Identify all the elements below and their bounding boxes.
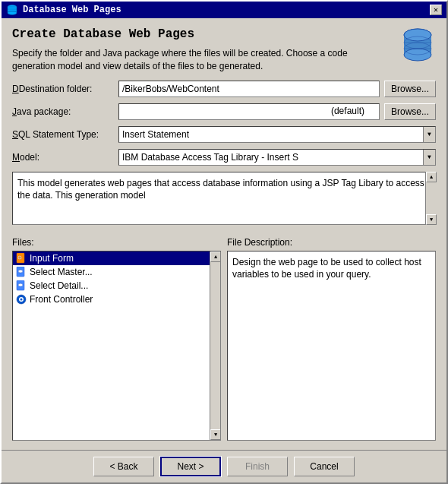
database-icon <box>399 27 436 64</box>
page-description: Specify the folder and Java package wher… <box>12 47 392 73</box>
java-package-label: Java package: <box>12 106 118 117</box>
files-scrollbar: ▲ ▼ <box>210 251 220 440</box>
files-label: Files: <box>12 237 221 248</box>
model-dropdown-arrow[interactable]: ▼ <box>423 150 435 165</box>
list-item[interactable]: Select Master... <box>13 265 220 279</box>
file-item-label: Select Master... <box>30 267 93 277</box>
list-item[interactable]: Input Form <box>13 251 220 265</box>
page-icon <box>16 294 27 305</box>
java-input-wrapper: (default) <box>118 103 380 120</box>
file-item-label: Input Form <box>30 253 74 264</box>
db-icon-area <box>399 27 436 67</box>
model-description-area: This model generates web pages that acce… <box>12 172 436 231</box>
title-bar: Database Web Pages ✕ <box>2 2 446 18</box>
model-row: Model: IBM Database Access Tag Library -… <box>12 149 436 166</box>
header-area: Create Database Web Pages Specify the fo… <box>12 27 436 73</box>
file-item-label: Select Detail... <box>30 280 88 291</box>
files-scroll-down[interactable]: ▼ <box>210 429 221 440</box>
sql-statement-row: SQL Statement Type: Insert Statement ▼ <box>12 126 436 143</box>
description-panel: File Description: Design the web page to… <box>227 237 436 441</box>
list-item[interactable]: Select Detail... <box>13 279 220 293</box>
java-browse-button[interactable]: Browse... <box>384 103 436 120</box>
model-label: Model: <box>12 152 118 163</box>
page-icon <box>16 253 27 264</box>
window-icon <box>6 4 18 16</box>
title-bar-left: Database Web Pages <box>6 4 121 16</box>
files-scroll-up[interactable]: ▲ <box>210 251 221 262</box>
close-button[interactable]: ✕ <box>430 5 442 15</box>
java-package-row: Java package: (default) Browse... <box>12 103 436 120</box>
bottom-bar: < Back Next > Finish Cancel <box>2 450 446 482</box>
page-title: Create Database Web Pages <box>12 27 392 41</box>
files-section: Files: Input Form <box>12 237 436 441</box>
desc-scroll-down[interactable]: ▼ <box>426 214 437 225</box>
model-description-text: This model generates web pages that acce… <box>17 178 424 201</box>
destination-input[interactable] <box>118 81 380 97</box>
java-package-input[interactable] <box>118 103 380 120</box>
svg-point-8 <box>404 29 431 41</box>
file-description-text: Design the web page to be used to collec… <box>232 257 421 280</box>
destination-row: DDestination folder: Browse... <box>12 81 436 97</box>
window-title: Database Web Pages <box>23 5 121 15</box>
cancel-button[interactable]: Cancel <box>294 457 355 476</box>
content-area: Create Database Web Pages Specify the fo… <box>2 18 446 450</box>
destination-input-wrapper <box>118 81 380 97</box>
files-list: Input Form Select Master... <box>12 251 221 441</box>
header-text-block: Create Database Web Pages Specify the fo… <box>12 27 392 73</box>
file-description-label: File Description: <box>227 237 436 248</box>
desc-scroll-up[interactable]: ▲ <box>426 172 437 182</box>
model-select-value: IBM Database Access Tag Library - Insert… <box>119 150 423 164</box>
sql-select-wrapper[interactable]: Insert Statement ▼ <box>118 126 436 143</box>
main-window: Database Web Pages ✕ Create Database Web… <box>0 0 448 484</box>
back-button[interactable]: < Back <box>93 457 154 476</box>
page-icon <box>16 267 27 277</box>
list-item[interactable]: Front Controller <box>13 293 220 306</box>
finish-button: Finish <box>227 457 288 476</box>
sql-dropdown-arrow[interactable]: ▼ <box>423 127 435 142</box>
file-item-label: Front Controller <box>30 294 93 305</box>
destination-browse-button[interactable]: Browse... <box>384 81 436 97</box>
destination-label: DDestination folder: <box>12 84 118 94</box>
model-description-box: This model generates web pages that acce… <box>12 172 436 225</box>
files-panel: Files: Input Form <box>12 237 221 441</box>
desc-scrollbar: ▲ ▼ <box>425 172 436 225</box>
svg-point-23 <box>21 298 23 300</box>
page-icon <box>16 280 27 291</box>
next-button[interactable]: Next > <box>160 457 221 476</box>
sql-label: SQL Statement Type: <box>12 129 118 140</box>
svg-point-20 <box>18 283 23 286</box>
svg-point-18 <box>18 270 23 273</box>
file-description-box: Design the web page to be used to collec… <box>227 251 436 441</box>
model-select-wrapper[interactable]: IBM Database Access Tag Library - Insert… <box>118 149 436 166</box>
sql-select-value: Insert Statement <box>119 128 423 141</box>
